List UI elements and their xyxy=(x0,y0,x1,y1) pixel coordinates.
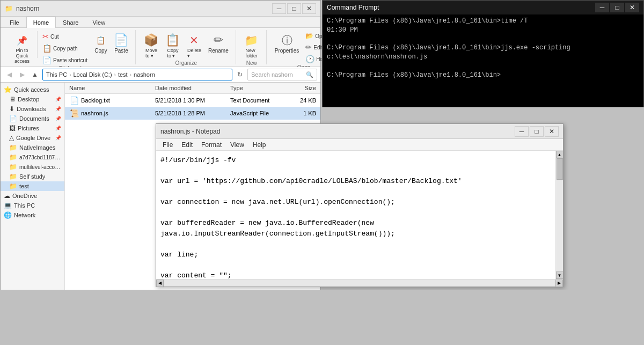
search-box[interactable]: Search nashorn 🔍 xyxy=(247,69,317,80)
sidebar-item-quick-access[interactable]: ⭐ Quick access xyxy=(1,85,64,94)
path-local-disk[interactable]: Local Disk (C:) xyxy=(73,71,112,78)
up-button[interactable]: ▲ xyxy=(30,69,40,80)
hscroll-right-button[interactable]: ▶ xyxy=(555,280,563,287)
menu-file[interactable]: File xyxy=(158,140,177,150)
clipboard-small-btns: ✂ Cut 📋 Copy path 📄 Paste shortcut xyxy=(40,31,90,65)
sidebar-item-a7d[interactable]: 📁 a7d73cbd1187a8dat xyxy=(1,152,64,162)
menu-edit[interactable]: Edit xyxy=(177,140,197,150)
sidebar-item-multilevel[interactable]: 📁 multilevel-accordio xyxy=(1,162,64,172)
organize-label: Organize xyxy=(175,60,197,66)
cmd-minimize-button[interactable]: ─ xyxy=(595,3,609,12)
path-sep-2: › xyxy=(114,72,116,78)
close-button[interactable]: ✕ xyxy=(302,3,316,14)
pictures-icon: 🖼 xyxy=(9,124,16,132)
refresh-button[interactable]: ↻ xyxy=(235,69,245,80)
sidebar-item-desktop[interactable]: 🖥 Desktop 📌 xyxy=(1,94,64,104)
paste-button[interactable]: 📄 Paste xyxy=(112,31,131,55)
maximize-button[interactable]: □ xyxy=(287,3,301,14)
scroll-up-button[interactable]: ▲ xyxy=(556,151,564,158)
col-size[interactable]: Size xyxy=(284,85,316,91)
menu-view[interactable]: View xyxy=(226,140,248,150)
documents-icon: 📄 xyxy=(9,115,17,122)
tab-home[interactable]: Home xyxy=(26,17,56,28)
sidebar-item-documents[interactable]: 📄 Documents 📌 xyxy=(1,114,64,123)
new-buttons: 📁 Newfolder xyxy=(241,31,262,60)
test-icon: 📁 xyxy=(9,182,17,190)
hscroll-track[interactable] xyxy=(164,280,555,287)
open-icon: 📂 xyxy=(305,32,313,40)
paste-shortcut-button[interactable]: 📄 Paste shortcut xyxy=(40,55,90,65)
sidebar-a7d-label: a7d73cbd1187a8dat xyxy=(19,155,61,160)
notepad-textarea[interactable]: #!/usr/bin/jjs -fv var url = 'https://gi… xyxy=(156,151,555,279)
scroll-track[interactable] xyxy=(556,158,563,271)
sidebar-item-onedrive[interactable]: ☁ OneDrive xyxy=(1,191,64,201)
notepad-title-bar: nashron.js - Notepad ─ □ ✕ xyxy=(156,124,563,139)
sidebar-documents-label: Documents xyxy=(19,115,53,122)
notepad-hscrollbar: ◀ ▶ xyxy=(156,279,563,287)
tab-share[interactable]: Share xyxy=(56,17,85,28)
sidebar-item-test[interactable]: 📁 test xyxy=(1,181,64,191)
backlog-date: 5/21/2018 1:30 PM xyxy=(155,97,230,104)
hscroll-left-button[interactable]: ◀ xyxy=(156,280,164,287)
sidebar-item-pictures[interactable]: 🖼 Pictures 📌 xyxy=(1,123,64,133)
file-row-backlog[interactable]: 📄 Backlog.txt 5/21/2018 1:30 PM Text Doc… xyxy=(65,94,320,107)
notepad-minimize-button[interactable]: ─ xyxy=(515,126,529,137)
cmd-line-4: C:\Program Files (x86)\Java\jre1.8.0_161… xyxy=(327,43,639,62)
new-folder-icon: 📁 xyxy=(244,33,259,48)
minimize-button[interactable]: ─ xyxy=(272,3,286,14)
notepad-close-button[interactable]: ✕ xyxy=(545,126,559,137)
col-type[interactable]: Type xyxy=(230,85,284,91)
explorer-title: nashorn xyxy=(16,5,39,12)
back-button[interactable]: ◀ xyxy=(4,69,14,80)
downloads-pin: 📌 xyxy=(55,106,61,112)
cmd-close-button[interactable]: ✕ xyxy=(625,3,639,12)
cmd-controls: ─ □ ✕ xyxy=(595,3,639,12)
new-folder-button[interactable]: 📁 Newfolder xyxy=(241,31,262,60)
menu-format[interactable]: Format xyxy=(197,140,226,150)
forward-button[interactable]: ▶ xyxy=(17,69,27,80)
file-row-nashron[interactable]: 📜 nashron.js 5/21/2018 1:28 PM JavaScrip… xyxy=(65,107,320,120)
notepad-maximize-button[interactable]: □ xyxy=(530,126,544,137)
sidebar-item-self-study[interactable]: 📁 Self study xyxy=(1,172,64,181)
sidebar-onedrive-label: OneDrive xyxy=(12,193,61,199)
scroll-thumb[interactable] xyxy=(557,158,563,180)
col-name[interactable]: Name xyxy=(69,85,155,91)
paste-shortcut-icon: 📄 xyxy=(42,56,52,64)
path-nashorn[interactable]: nashorn xyxy=(134,71,155,78)
google-drive-icon: △ xyxy=(9,134,14,142)
tab-file[interactable]: File xyxy=(3,17,26,28)
address-path[interactable]: This PC › Local Disk (C:) › test › nasho… xyxy=(42,69,232,80)
copy-to-button[interactable]: 📋 Copyto ▾ xyxy=(163,31,183,60)
path-this-pc[interactable]: This PC xyxy=(46,71,67,78)
pin-button[interactable]: 📌 Pin to Quickaccess xyxy=(9,31,35,65)
cmd-line-1: C:\Program Files (x86)\Java\jre1.8.0_161… xyxy=(327,17,639,26)
delete-button[interactable]: ✕ Delete▾ xyxy=(184,31,204,60)
native-images-icon: 📁 xyxy=(9,144,17,151)
menu-help[interactable]: Help xyxy=(248,140,270,150)
move-to-button[interactable]: 📦 Moveto ▾ xyxy=(141,31,162,60)
delete-icon: ✕ xyxy=(187,33,202,48)
cmd-window: Command Prompt ─ □ ✕ C:\Program Files (x… xyxy=(322,0,644,107)
sidebar-item-native-images[interactable]: 📁 NativeImages xyxy=(1,143,64,152)
cmd-maximize-button[interactable]: □ xyxy=(610,3,624,12)
copy-button[interactable]: 📋 Copy xyxy=(91,31,111,55)
desktop-icon: 🖥 xyxy=(9,96,16,103)
scroll-down-button[interactable]: ▼ xyxy=(556,271,564,279)
tab-view[interactable]: View xyxy=(85,17,112,28)
col-date[interactable]: Date modified xyxy=(155,85,230,91)
cmd-line-6: C:\Program Files (x86)\Java\jre1.8.0_161… xyxy=(327,71,639,80)
new-label: New xyxy=(246,60,257,66)
sidebar-item-google-drive[interactable]: △ Google Drive 📌 xyxy=(1,133,64,143)
sidebar-item-this-pc[interactable]: 💻 This PC xyxy=(1,201,64,210)
copy-path-button[interactable]: 📋 Copy path xyxy=(40,43,90,54)
path-sep-3: › xyxy=(130,72,131,78)
sidebar-item-network[interactable]: 🌐 Network xyxy=(1,210,64,220)
nashron-size: 1 KB xyxy=(284,110,316,116)
cut-button[interactable]: ✂ Cut xyxy=(40,31,90,42)
quick-access-icon: ⭐ xyxy=(4,86,12,93)
rename-button[interactable]: ✏ Rename xyxy=(206,31,231,55)
address-bar: ◀ ▶ ▲ This PC › Local Disk (C:) › test ›… xyxy=(1,67,320,83)
properties-button[interactable]: ⓘ Properties xyxy=(272,31,302,55)
sidebar-item-downloads[interactable]: ⬇ Downloads 📌 xyxy=(1,104,64,114)
path-test[interactable]: test xyxy=(118,71,128,78)
